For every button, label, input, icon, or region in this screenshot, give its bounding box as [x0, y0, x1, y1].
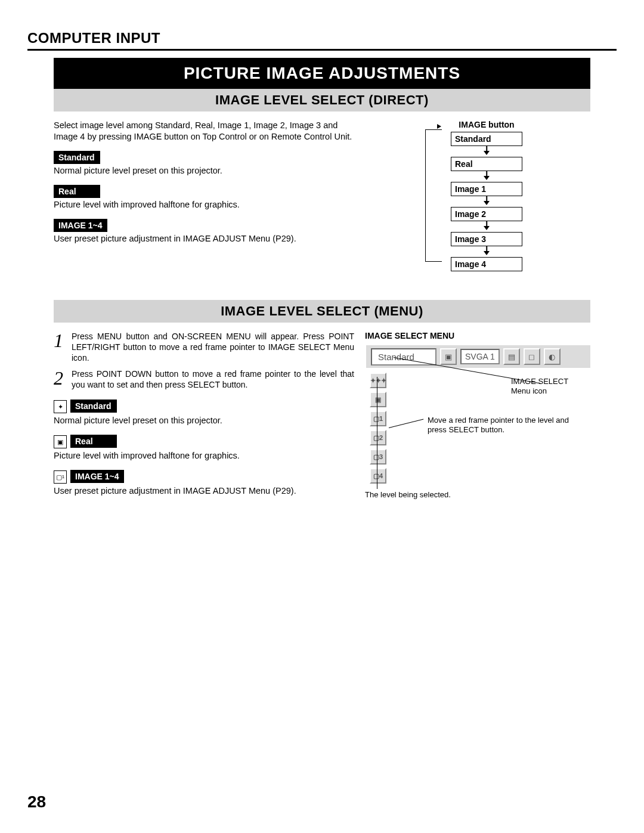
flow-box-real: Real	[451, 157, 522, 171]
arrow-down-icon	[451, 221, 522, 232]
step-text-1: Press MENU button and ON-SCREEN MENU wil…	[72, 331, 354, 364]
desc-real: Picture level with improved halftone for…	[54, 199, 354, 210]
callout-line-2	[389, 419, 423, 428]
step-1: 1 Press MENU button and ON-SCREEN MENU w…	[54, 331, 354, 364]
arrow-down-icon	[451, 171, 522, 182]
real-icon: ▣	[54, 435, 67, 448]
side-btn-standard-icon: ✦✦✦	[370, 373, 386, 388]
arrow-down-icon	[451, 146, 522, 157]
side-btn-image3-icon: ▢3	[370, 449, 386, 465]
side-btn-image1-icon: ▢1	[370, 411, 386, 426]
menu-desc-image-1-4: User preset picture adjustment in IMAGE …	[54, 485, 354, 497]
label-real: Real	[54, 185, 100, 198]
menu-side-icons: ✦✦✦ ▣ ▢1 ▢2 ▢3 ▢4	[370, 373, 386, 484]
menu-bar: Standard ▣ SVGA 1 ▤ ◻ ◐	[365, 344, 590, 368]
label-image-1-4: IMAGE 1~4	[54, 219, 107, 232]
menu-icon-arrow: ◐	[544, 348, 561, 365]
step-2: 2 Press POINT DOWN button to move a red …	[54, 368, 354, 390]
resolution-badge: SVGA 1	[460, 349, 500, 364]
standard-icon: ✦	[54, 400, 67, 413]
desc-image-1-4: User preset picture adjustment in IMAGE …	[54, 233, 354, 244]
flow-return-arrow-icon	[437, 124, 441, 129]
step-text-2: Press POINT DOWN button to move a red fr…	[72, 368, 354, 390]
direct-right-column: IMAGE button Standard Real Image 1 Image…	[365, 120, 590, 271]
subheading-direct: IMAGE LEVEL SELECT (DIRECT)	[54, 89, 590, 112]
side-btn-real-icon: ▣	[370, 392, 386, 407]
step-number-2: 2	[54, 368, 66, 390]
menu-label-standard: Standard	[70, 400, 117, 413]
callout-1b: Menu icon	[511, 386, 547, 395]
image-select-icon: ▤	[503, 348, 520, 365]
image1-icon: ▢1	[54, 470, 67, 484]
callout-1a: IMAGE SELECT	[511, 377, 568, 386]
flow-box-image4: Image 4	[451, 257, 522, 271]
flow-return-line	[425, 129, 442, 262]
page-title: PICTURE IMAGE ADJUSTMENTS	[54, 58, 590, 89]
subheading-menu: IMAGE LEVEL SELECT (MENU)	[54, 300, 590, 323]
menu-screenshot: Standard ▣ SVGA 1 ▤ ◻ ◐ ✦✦✦ ▣ ▢1 ▢2 ▢3 ▢…	[365, 344, 590, 493]
flow-box-standard: Standard	[451, 132, 522, 146]
direct-intro: Select image level among Standard, Real,…	[54, 120, 354, 143]
menu-right-column: IMAGE SELECT MENU Standard ▣ SVGA 1 ▤ ◻ …	[365, 331, 590, 505]
menu-shot-title: IMAGE SELECT MENU	[365, 331, 590, 340]
menu-label-real: Real	[70, 435, 117, 448]
callout-image-select: IMAGE SELECT Menu icon	[511, 377, 568, 397]
menu-left-column: 1 Press MENU button and ON-SCREEN MENU w…	[54, 331, 365, 505]
input-icon: ▣	[440, 348, 457, 365]
arrow-down-icon	[451, 196, 522, 207]
label-standard: Standard	[54, 151, 100, 164]
step-number-1: 1	[54, 331, 66, 364]
menu-icon-generic: ◻	[524, 348, 540, 365]
flow-box-image3: Image 3	[451, 232, 522, 246]
arrow-down-icon	[451, 246, 522, 257]
side-btn-image4-icon: ▢4	[370, 468, 386, 484]
flow-box-image1: Image 1	[451, 182, 522, 196]
page-number: 28	[27, 792, 46, 812]
callout-line-3	[377, 377, 377, 489]
flow-box-image2: Image 2	[451, 207, 522, 221]
side-btn-image2-icon: ▢2	[370, 430, 386, 445]
menu-label-image-1-4: IMAGE 1~4	[70, 470, 124, 483]
callout-level-selected: The level being selected.	[365, 490, 451, 500]
direct-left-column: Select image level among Standard, Real,…	[54, 120, 365, 271]
menu-desc-standard: Normal picture level preset on this proj…	[54, 415, 354, 426]
flow-title: IMAGE button	[442, 120, 531, 129]
callout-red-frame: Move a red frame pointer to the level an…	[428, 416, 577, 435]
desc-standard: Normal picture level preset on this proj…	[54, 165, 354, 176]
section-header: COMPUTER INPUT	[27, 30, 617, 51]
menu-desc-real: Picture level with improved halftone for…	[54, 450, 354, 462]
